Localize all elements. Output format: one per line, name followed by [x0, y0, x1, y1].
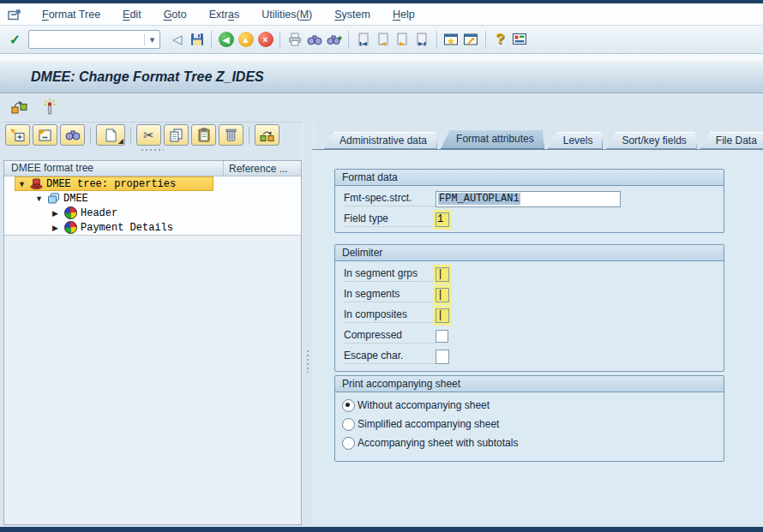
new-session-icon[interactable] — [442, 30, 461, 49]
group-title: Print accompanying sheet — [335, 376, 724, 392]
format-data-group: Format data Fmt-spec.strct. FPM_AUTOPLAN… — [334, 169, 724, 233]
create-node-icon[interactable]: ◢ — [96, 124, 125, 146]
toolbar-separator — [249, 127, 249, 144]
exit-icon[interactable]: ▲ — [238, 32, 254, 47]
compressed-checkbox[interactable] — [436, 330, 448, 343]
navigate-back-icon[interactable]: ◀ — [219, 32, 234, 47]
customize-layout-icon[interactable] — [510, 30, 530, 49]
print-icon[interactable] — [285, 30, 304, 49]
find-icon[interactable] — [60, 124, 85, 146]
create-shortcut-icon[interactable] — [461, 30, 481, 49]
find-icon[interactable] — [304, 30, 324, 49]
in-segments-input[interactable] — [436, 288, 449, 302]
previous-page-icon[interactable] — [373, 30, 393, 49]
radio-sheet-with-subtotals[interactable] — [342, 437, 355, 450]
create-node-dropdown-icon[interactable]: ◢ — [118, 137, 123, 145]
toolbar-drag-handle[interactable] — [3, 147, 302, 152]
menu-edit[interactable]: Edit — [111, 9, 153, 21]
menu-system[interactable]: System — [323, 9, 382, 21]
next-page-icon[interactable] — [393, 30, 412, 49]
toolbar-separator — [211, 31, 212, 48]
tree-column-reference[interactable]: Reference ... — [224, 163, 301, 175]
back-icon[interactable]: ◁ — [167, 30, 187, 49]
menu-goto[interactable]: Goto — [153, 9, 198, 21]
in-composites-input[interactable] — [436, 308, 449, 323]
collapsed-arrow-icon[interactable]: ▶ — [52, 209, 63, 218]
collapse-icon[interactable] — [33, 124, 57, 146]
system-menu-icon[interactable] — [8, 9, 22, 21]
in-segment-grps-label: In segment grps — [344, 267, 436, 282]
segment-group-icon — [64, 206, 77, 219]
expanded-arrow-icon[interactable]: ▼ — [35, 194, 45, 203]
tree-header: DMEE format tree Reference ... — [4, 161, 301, 176]
copy-icon[interactable] — [164, 124, 189, 146]
detail-panel: Administrative data Format attributes Le… — [312, 122, 763, 524]
enter-icon[interactable]: ✓ — [5, 30, 25, 49]
tree-column-name[interactable]: DMEE format tree — [4, 161, 224, 176]
compressed-label: Compressed — [344, 329, 436, 344]
tree-properties-icon — [30, 178, 43, 189]
tree-row-dmee[interactable]: ▼ DMEE — [4, 191, 301, 206]
find-next-icon[interactable] — [324, 30, 344, 49]
field-type-input[interactable] — [436, 212, 449, 227]
fmt-spec-strct-input[interactable]: FPM_AUTOPLAN1 — [436, 191, 621, 207]
cut-icon[interactable]: ✂ — [136, 124, 161, 146]
menu-extras[interactable]: Extras — [198, 9, 250, 21]
in-segment-grps-input[interactable] — [436, 267, 449, 282]
radio-label: Without accompanying sheet — [357, 399, 490, 411]
expand-icon[interactable] — [5, 124, 30, 146]
command-dropdown-icon[interactable]: ▾ — [144, 34, 159, 45]
delimiter-group: Delimiter In segment grps In segments In… — [334, 244, 724, 372]
tree-row-payment-details[interactable]: ▶ Payment Details — [4, 220, 301, 235]
menu-utilities[interactable]: Utilities(M) — [250, 9, 323, 21]
page-title: DMEE: Change Format Tree Z_IDES — [31, 69, 264, 85]
dmee-tree-control: DMEE format tree Reference ... ▼ DMEE tr… — [3, 160, 302, 525]
paste-icon[interactable] — [191, 124, 216, 146]
toolbar-separator — [90, 127, 91, 144]
help-icon[interactable]: ? — [490, 30, 510, 49]
group-title: Format data — [335, 170, 724, 186]
application-toolbar — [0, 93, 763, 120]
splitter-drag-handle[interactable] — [307, 350, 309, 373]
tree-row-label: DMEE tree: properties — [46, 178, 176, 190]
tab-levels[interactable]: Levels — [548, 132, 604, 149]
toolbar-separator — [279, 31, 280, 48]
fmt-spec-strct-label: Fmt-spec.strct. — [344, 192, 436, 206]
command-input[interactable] — [29, 32, 144, 47]
activate-check-icon[interactable] — [39, 98, 60, 117]
tab-administrative-data[interactable]: Administrative data — [324, 132, 437, 149]
tree-row-properties[interactable]: ▼ DMEE tree: properties — [4, 176, 301, 191]
menu-format-tree[interactable]: Format Tree — [31, 9, 111, 21]
radio-without-sheet[interactable] — [342, 399, 355, 412]
escape-char-label: Escape char. — [344, 350, 436, 364]
menu-help[interactable]: Help — [382, 9, 426, 21]
delete-icon[interactable] — [219, 124, 243, 146]
format-node-icon — [47, 193, 60, 204]
tree-row-header[interactable]: ▶ Header — [4, 206, 301, 220]
toolbar-separator — [485, 31, 486, 48]
radio-simplified-sheet[interactable] — [342, 418, 355, 431]
collapsed-arrow-icon[interactable]: ▶ — [52, 224, 63, 232]
save-icon[interactable] — [187, 30, 207, 49]
expanded-arrow-icon[interactable]: ▼ — [18, 180, 28, 188]
tree-panel: ◢ ✂ DMEE format tree Reference ... — [3, 122, 302, 525]
title-bar: DMEE: Change Format Tree Z_IDES — [0, 61, 763, 93]
subtree-catalog-icon[interactable] — [9, 98, 29, 117]
toolbar-separator — [436, 31, 437, 48]
last-page-icon[interactable] — [412, 30, 432, 49]
first-page-icon[interactable] — [353, 30, 373, 49]
tree-toolbar: ◢ ✂ — [3, 123, 302, 147]
tab-format-attributes[interactable]: Format attributes — [441, 129, 544, 149]
escape-char-input[interactable] — [436, 350, 449, 364]
tab-file-data[interactable]: File Data — [700, 132, 763, 149]
menu-bar: Format Tree Edit Goto Extras Utilities(M… — [0, 3, 763, 26]
tree-row-label: DMEE — [63, 193, 88, 205]
field-type-label: Field type — [344, 212, 436, 227]
toolbar-gap — [0, 54, 763, 61]
tab-sort-key-fields[interactable]: Sort/key fields — [606, 132, 696, 149]
reassign-icon[interactable] — [255, 124, 279, 146]
print-sheet-group: Print accompanying sheet Without accompa… — [334, 375, 724, 462]
command-field[interactable]: ▾ — [28, 30, 160, 49]
tree-body: ▼ DMEE tree: properties ▼ DMEE ▶ — [4, 176, 301, 235]
cancel-icon[interactable]: × — [258, 32, 273, 47]
